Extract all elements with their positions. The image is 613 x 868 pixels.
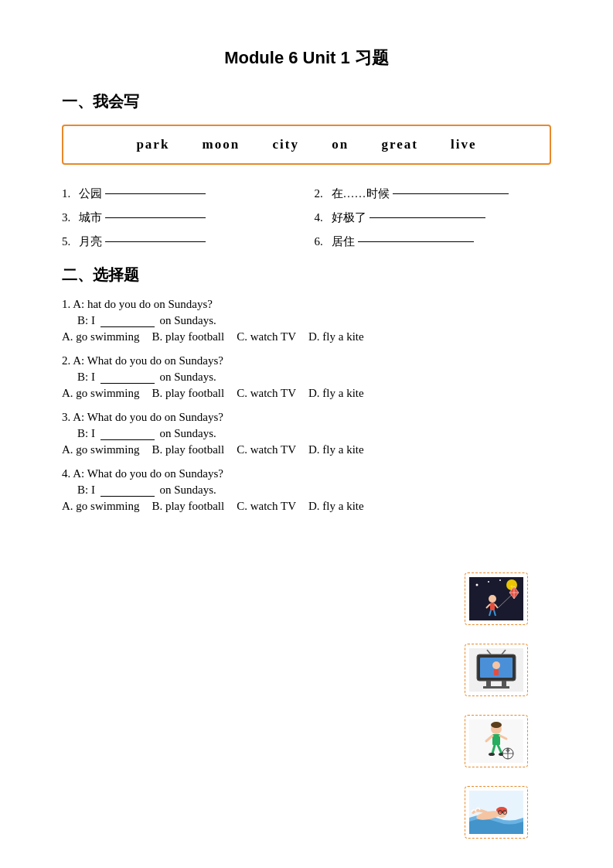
option-4d[interactable]: D. fly a kite [308,500,364,513]
fill-num-2: 2. [315,187,329,200]
answer-row-3: B: I on Sundays. [77,427,551,440]
answer-row-2: B: I on Sundays. [77,371,551,384]
option-3b[interactable]: B. play football [152,443,224,456]
fill-blank-3[interactable] [105,217,206,218]
svg-point-4 [499,579,501,581]
fill-item-1: 1. 公园 [62,186,299,201]
fill-grid: 1. 公园 2. 在……时候 3. 城市 4. 好极了 5. 月亮 6. 居住 [62,186,551,249]
fill-label-2: 在……时候 [332,186,390,201]
option-1c[interactable]: C. watch TV [237,330,296,343]
fill-item-5: 5. 月亮 [62,234,299,249]
option-1a[interactable]: A. go swimming [62,330,139,343]
answer-blank-4[interactable] [100,496,155,497]
vocab-great: great [381,137,417,152]
option-3a[interactable]: A. go swimming [62,443,139,456]
options-row-1: A. go swimming B. play football C. watch… [62,330,551,343]
question-text-3: 3. A: What do you do on Sundays? [62,411,551,424]
answer-row-4: B: I on Sundays. [77,484,551,497]
page-title: Module 6 Unit 1 习题 [62,46,551,70]
answer-suffix-3: on Sundays. [159,427,216,439]
question-text-2: 2. A: What do you do on Sundays? [62,354,551,367]
fill-num-5: 5. [62,235,76,248]
fill-item-6: 6. 居住 [315,234,552,249]
options-row-3: A. go swimming B. play football C. watch… [62,443,551,456]
option-4c[interactable]: C. watch TV [237,500,296,513]
svg-rect-7 [490,603,495,610]
section1: 一、我会写 park moon city on great live 1. 公园… [62,91,551,249]
option-1d[interactable]: D. fly a kite [308,330,364,343]
answer-prefix-3: B: I [77,427,95,439]
option-2c[interactable]: C. watch TV [237,387,296,400]
fill-blank-2[interactable] [393,193,509,194]
fill-label-1: 公园 [79,186,102,201]
fill-num-6: 6. [315,235,329,248]
svg-point-6 [489,595,496,603]
fill-num-3: 3. [62,211,76,224]
svg-rect-21 [483,686,509,689]
svg-point-22 [492,661,500,669]
fill-blank-6[interactable] [358,241,474,242]
answer-prefix-4: B: I [77,484,95,496]
vocab-park: park [136,137,169,152]
option-2d[interactable]: D. fly a kite [308,387,364,400]
svg-point-34 [489,753,495,756]
fill-num-4: 4. [315,211,329,224]
fill-blank-5[interactable] [105,241,206,242]
answer-blank-2[interactable] [100,383,155,384]
vocab-box: park moon city on great live [62,125,551,165]
vocab-moon: moon [203,137,240,152]
vocab-on: on [332,137,349,152]
svg-point-1 [476,584,478,586]
section2: 二、选择题 1. A: hat do you do on Sundays? B:… [62,265,551,513]
answer-row-1: B: I on Sundays. [77,314,551,327]
fill-label-5: 月亮 [79,234,102,249]
options-row-2: A. go swimming B. play football C. watch… [62,387,551,400]
svg-rect-23 [494,669,499,675]
svg-rect-29 [492,734,500,745]
section2-title: 二、选择题 [62,265,551,285]
image-q1 [465,572,528,625]
question-block-3: 3. A: What do you do on Sundays? B: I on… [62,411,551,456]
fill-label-6: 居住 [332,234,355,249]
svg-point-28 [491,722,502,728]
option-1b[interactable]: B. play football [152,330,224,343]
svg-rect-19 [486,681,491,687]
vocab-live: live [451,137,477,152]
svg-rect-20 [502,681,506,687]
fill-num-1: 1. [62,187,76,200]
answer-blank-1[interactable] [100,326,155,327]
fill-label-3: 城市 [79,210,102,225]
svg-point-2 [488,581,489,583]
answer-blank-3[interactable] [100,439,155,440]
vocab-city: city [272,137,298,152]
fill-item-2: 2. 在……时候 [315,186,552,201]
option-4a[interactable]: A. go swimming [62,500,139,513]
option-3c[interactable]: C. watch TV [237,443,296,456]
fill-label-4: 好极了 [332,210,366,225]
answer-prefix-2: B: I [77,371,95,383]
answer-suffix-2: on Sundays. [159,371,216,383]
section1-title: 一、我会写 [62,91,551,112]
answer-prefix-1: B: I [77,314,95,326]
option-2a[interactable]: A. go swimming [62,387,139,400]
fill-item-3: 3. 城市 [62,210,299,225]
question-block-4: 4. A: What do you do on Sundays? B: I on… [62,467,551,513]
option-4b[interactable]: B. play football [152,500,224,513]
option-3d[interactable]: D. fly a kite [308,443,364,456]
question-text-1: 1. A: hat do you do on Sundays? [62,298,551,311]
options-row-4: A. go swimming B. play football C. watch… [62,500,551,513]
image-q3 [465,715,528,767]
fill-blank-1[interactable] [105,193,206,194]
image-q2 [465,644,528,696]
image-q4 [465,786,528,839]
question-text-4: 4. A: What do you do on Sundays? [62,467,551,480]
option-2b[interactable]: B. play football [152,387,224,400]
fill-item-4: 4. 好极了 [315,210,552,225]
question-block-2: 2. A: What do you do on Sundays? B: I on… [62,354,551,400]
answer-suffix-1: on Sundays. [159,314,216,326]
question-block-1: 1. A: hat do you do on Sundays? B: I on … [62,298,551,343]
answer-suffix-4: on Sundays. [159,484,216,496]
fill-blank-4[interactable] [370,217,485,218]
